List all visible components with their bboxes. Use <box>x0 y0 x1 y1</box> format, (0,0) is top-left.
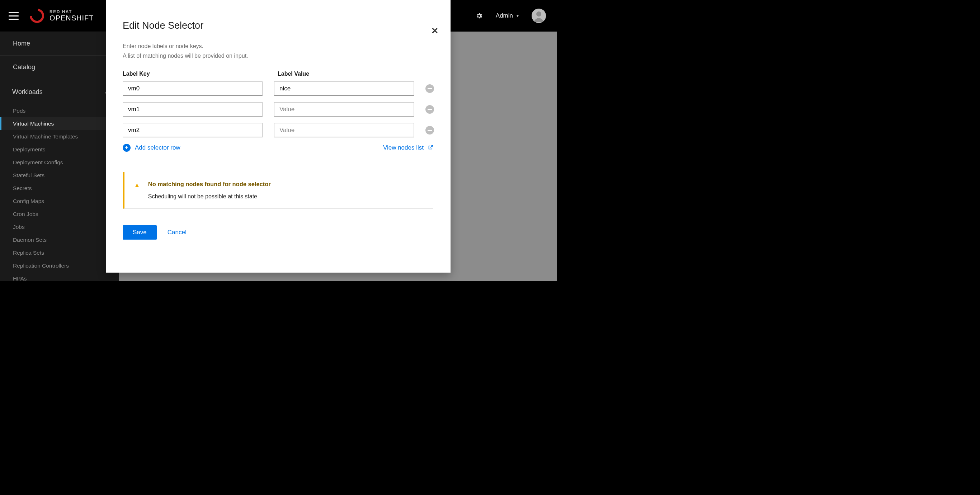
sidebar-section-workloads[interactable]: Workloads ⌄ <box>0 79 119 102</box>
sidebar: Home Catalog Workloads ⌄ Pods Virtual Ma… <box>0 32 119 281</box>
view-nodes-list-label: View nodes list <box>383 144 424 151</box>
save-button[interactable]: Save <box>123 225 157 240</box>
sidebar-item-deployments[interactable]: Deployments <box>0 143 119 156</box>
modal-description: Enter node labels or node keys. A list o… <box>123 41 434 60</box>
user-menu-label: Admin <box>496 12 513 19</box>
minus-icon <box>428 130 432 131</box>
sidebar-item-vm-templates[interactable]: Virtual Machine Templates <box>0 130 119 143</box>
avatar[interactable] <box>531 9 546 23</box>
add-selector-row-button[interactable]: + Add selector row <box>123 144 180 152</box>
add-selector-row-label: Add selector row <box>135 144 180 151</box>
remove-row-button[interactable] <box>425 126 434 135</box>
sidebar-item-hpas[interactable]: HPAs <box>0 272 119 281</box>
brand-bottom: OPENSHIFT <box>49 14 94 22</box>
sidebar-item-secrets[interactable]: Secrets <box>0 182 119 195</box>
selector-row <box>123 102 434 116</box>
cancel-button[interactable]: Cancel <box>167 229 186 236</box>
modal-description-line: A list of matching nodes will be provide… <box>123 51 434 60</box>
user-menu-dropdown[interactable]: Admin ▾ <box>496 12 519 19</box>
plus-circle-icon: + <box>123 144 130 152</box>
alert-title: No matching nodes found for node selecto… <box>148 181 271 188</box>
remove-row-button[interactable] <box>425 105 434 114</box>
selector-row <box>123 123 434 137</box>
warning-alert: ▲ No matching nodes found for node selec… <box>123 172 433 209</box>
sidebar-item-deployment-configs[interactable]: Deployment Configs <box>0 156 119 169</box>
edit-node-selector-modal: ✕ Edit Node Selector Enter node labels o… <box>106 0 450 272</box>
sidebar-item-replication-controllers[interactable]: Replication Controllers <box>0 259 119 272</box>
svg-point-0 <box>29 8 45 23</box>
svg-point-2 <box>536 11 541 16</box>
sidebar-item-home[interactable]: Home <box>0 32 119 56</box>
close-icon: ✕ <box>431 26 438 35</box>
sidebar-item-daemon-sets[interactable]: Daemon Sets <box>0 234 119 247</box>
label-key-input[interactable] <box>123 123 262 137</box>
external-link-icon <box>428 145 433 151</box>
hamburger-menu-button[interactable] <box>9 12 19 20</box>
sidebar-item-pods[interactable]: Pods <box>0 104 119 117</box>
column-header-key: Label Key <box>123 71 266 77</box>
alert-body-text: Scheduling will not be possible at this … <box>148 193 271 200</box>
sidebar-item-virtual-machines[interactable]: Virtual Machines <box>0 117 119 130</box>
minus-icon <box>428 109 432 110</box>
brand-top: RED HAT <box>49 10 94 14</box>
sidebar-item-replica-sets[interactable]: Replica Sets <box>0 247 119 259</box>
warning-icon: ▲ <box>134 181 140 189</box>
modal-title: Edit Node Selector <box>123 20 434 31</box>
modal-close-button[interactable]: ✕ <box>431 26 438 36</box>
brand-logo[interactable]: RED HAT OPENSHIFT <box>29 8 94 23</box>
settings-gear-icon[interactable] <box>476 12 483 19</box>
label-value-input[interactable] <box>274 123 414 137</box>
modal-description-line: Enter node labels or node keys. <box>123 41 434 51</box>
label-value-input[interactable] <box>274 102 414 116</box>
sidebar-item-stateful-sets[interactable]: Stateful Sets <box>0 169 119 182</box>
selector-row <box>123 81 434 96</box>
sidebar-section-label: Workloads <box>12 88 43 96</box>
sidebar-item-catalog[interactable]: Catalog <box>0 56 119 79</box>
sidebar-item-config-maps[interactable]: Config Maps <box>0 195 119 208</box>
label-value-input[interactable] <box>274 81 414 96</box>
view-nodes-list-link[interactable]: View nodes list <box>383 144 433 151</box>
openshift-logo-icon <box>29 8 45 23</box>
sidebar-item-jobs[interactable]: Jobs <box>0 221 119 234</box>
label-key-input[interactable] <box>123 102 262 116</box>
minus-icon <box>428 88 432 89</box>
sidebar-item-cron-jobs[interactable]: Cron Jobs <box>0 208 119 221</box>
remove-row-button[interactable] <box>425 84 434 93</box>
label-key-input[interactable] <box>123 81 262 96</box>
column-header-value: Label Value <box>278 71 421 77</box>
chevron-down-icon: ▾ <box>517 13 519 18</box>
